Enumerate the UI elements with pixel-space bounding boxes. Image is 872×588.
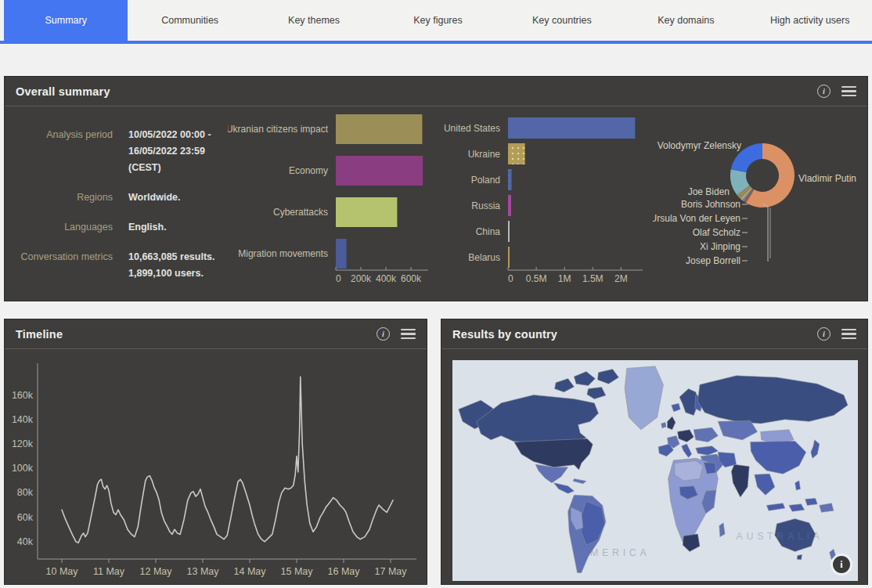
bar-united-states[interactable]: [508, 117, 635, 139]
svg-text:Ukranian citizens impact: Ukranian citizens impact: [228, 124, 329, 135]
timeline-series-line[interactable]: [62, 377, 393, 543]
overall-summary-content: Analysis period10/05/2022 00:00 -16/05/2…: [5, 106, 867, 301]
svg-text:400k: 400k: [376, 273, 397, 284]
bar-china[interactable]: [508, 221, 510, 242]
tab-communities[interactable]: Communities: [128, 0, 251, 41]
overall-summary-header: Overall summary i: [5, 77, 867, 106]
timeline-line-chart[interactable]: 40k60k80k100k120k140k160k10 May11 May12 …: [5, 351, 427, 587]
svg-text:Economy: Economy: [289, 165, 328, 176]
svg-text:Cyberattacks: Cyberattacks: [273, 207, 328, 218]
tab-key-themes[interactable]: Key themes: [252, 0, 376, 41]
key-themes-bar-chart[interactable]: Ukranian citizens impactEconomyCyberatta…: [228, 113, 430, 292]
svg-text:10 May: 10 May: [46, 566, 79, 577]
panel-title: Results by country: [452, 328, 557, 341]
header-icons: i: [817, 327, 856, 341]
svg-text:80k: 80k: [17, 487, 34, 498]
world-choropleth-map[interactable]: AMERICA AUSTRALIA i: [452, 360, 858, 581]
svg-text:Ursula Von der Leyen: Ursula Von der Leyen: [653, 213, 740, 224]
svg-text:0.5M: 0.5M: [526, 273, 547, 284]
tab-key-countries[interactable]: Key countries: [500, 0, 624, 41]
tab-bar: SummaryCommunitiesKey themesKey figuresK…: [0, 0, 872, 44]
svg-text:200k: 200k: [351, 273, 372, 284]
tab-key-figures[interactable]: Key figures: [376, 0, 499, 41]
bar-chart-svg: United StatesUkrainePolandRussiaChinaBel…: [439, 113, 644, 289]
bar-migration-movements[interactable]: [336, 239, 347, 269]
svg-text:100k: 100k: [12, 463, 34, 474]
bar-chart-svg: Ukranian citizens impactEconomyCyberatta…: [228, 113, 430, 289]
svg-text:120k: 120k: [12, 438, 34, 449]
overall-summary-panel: Overall summary i Analysis period10/05/2…: [4, 76, 868, 301]
svg-text:14 May: 14 May: [234, 566, 267, 577]
bar-economy[interactable]: [336, 156, 423, 186]
info-icon[interactable]: i: [817, 327, 831, 341]
metric-value: Worldwide.: [128, 189, 180, 206]
timeline-svg: 40k60k80k100k120k140k160k10 May11 May12 …: [5, 351, 427, 584]
tab-key-domains[interactable]: Key domains: [624, 0, 748, 41]
metric-row: Analysis period10/05/2022 00:00 -16/05/2…: [11, 127, 227, 176]
metric-row: LanguagesEnglish.: [11, 219, 227, 236]
tab-high-activity-users[interactable]: High activity users: [748, 0, 872, 41]
tabs-container: SummaryCommunitiesKey themesKey figuresK…: [0, 0, 872, 41]
svg-text:Volodymyr Zelensky: Volodymyr Zelensky: [658, 140, 741, 151]
metric-row: RegionsWorldwide.: [11, 189, 227, 206]
map-china[interactable]: [751, 441, 806, 474]
svg-text:40k: 40k: [17, 536, 34, 547]
svg-text:600k: 600k: [401, 273, 422, 284]
svg-text:60k: 60k: [17, 512, 34, 523]
menu-icon[interactable]: [401, 329, 416, 339]
key-figures-donut-chart[interactable]: Volodymyr ZelenskyVladimir PutinJoe Bide…: [653, 113, 864, 294]
svg-text:United States: United States: [444, 123, 500, 134]
map-canada[interactable]: [477, 395, 598, 444]
map-india[interactable]: [731, 464, 749, 497]
bar-cyberattacks[interactable]: [336, 197, 397, 227]
timeline-panel: Timeline i 40k60k80k100k120k140k160k10 M…: [4, 319, 427, 585]
metrics-list: Analysis period10/05/2022 00:00 -16/05/2…: [11, 127, 227, 295]
svg-text:China: China: [476, 226, 501, 237]
svg-text:160k: 160k: [12, 390, 34, 401]
results-by-country-panel: Results by country i: [441, 319, 868, 585]
svg-text:12 May: 12 May: [140, 566, 173, 577]
bar-russia[interactable]: [508, 195, 511, 216]
map-info-icon[interactable]: i: [833, 556, 850, 573]
svg-text:Josep Borrell: Josep Borrell: [686, 255, 740, 266]
metric-value: English.: [128, 219, 167, 236]
map-greenland[interactable]: [625, 366, 663, 430]
map-russia[interactable]: [697, 376, 848, 424]
svg-text:16 May: 16 May: [328, 566, 361, 577]
svg-text:0: 0: [508, 273, 513, 284]
header-icons: i: [817, 85, 856, 98]
info-icon[interactable]: i: [377, 327, 390, 341]
map-united-states[interactable]: [514, 438, 593, 470]
timeline-header: Timeline i: [5, 319, 427, 349]
map-label-australia: AUSTRALIA: [737, 531, 823, 542]
panel-title: Timeline: [16, 328, 63, 341]
map-united-kingdom[interactable]: [668, 417, 676, 430]
panel-title: Overall summary: [16, 85, 110, 98]
info-icon[interactable]: i: [817, 85, 831, 98]
svg-text:17 May: 17 May: [375, 566, 408, 577]
bar-belarus[interactable]: [508, 247, 510, 268]
svg-text:Belarus: Belarus: [468, 252, 500, 263]
svg-text:Vladimir Putin: Vladimir Putin: [798, 173, 856, 184]
svg-text:Joe Biden: Joe Biden: [688, 186, 730, 197]
svg-text:Ukraine: Ukraine: [468, 149, 501, 160]
svg-text:2M: 2M: [614, 273, 628, 284]
world-map-svg: AMERICA AUSTRALIA: [452, 360, 858, 581]
svg-text:1.5M: 1.5M: [582, 273, 604, 284]
metric-label: Regions: [11, 189, 113, 206]
svg-text:Migration movements: Migration movements: [238, 248, 328, 259]
metric-value: 10,663,085 results.1,899,100 users.: [128, 249, 215, 282]
metric-label: Conversation metrics: [11, 249, 113, 282]
svg-text:Boris Johnson: Boris Johnson: [681, 199, 740, 210]
svg-text:15 May: 15 May: [281, 566, 314, 577]
svg-text:11 May: 11 May: [93, 566, 125, 577]
tab-summary[interactable]: Summary: [4, 0, 128, 41]
menu-icon[interactable]: [841, 329, 856, 339]
donut-chart-svg: Volodymyr ZelenskyVladimir PutinJoe Bide…: [653, 113, 864, 291]
bar-ukranian-citizens-impact[interactable]: [336, 114, 422, 144]
svg-text:Olaf Scholz: Olaf Scholz: [693, 227, 740, 238]
menu-icon[interactable]: [841, 86, 856, 96]
map-label-america: AMERICA: [580, 547, 650, 558]
key-countries-bar-chart[interactable]: United StatesUkrainePolandRussiaChinaBel…: [439, 113, 644, 292]
svg-text:1M: 1M: [558, 273, 571, 284]
